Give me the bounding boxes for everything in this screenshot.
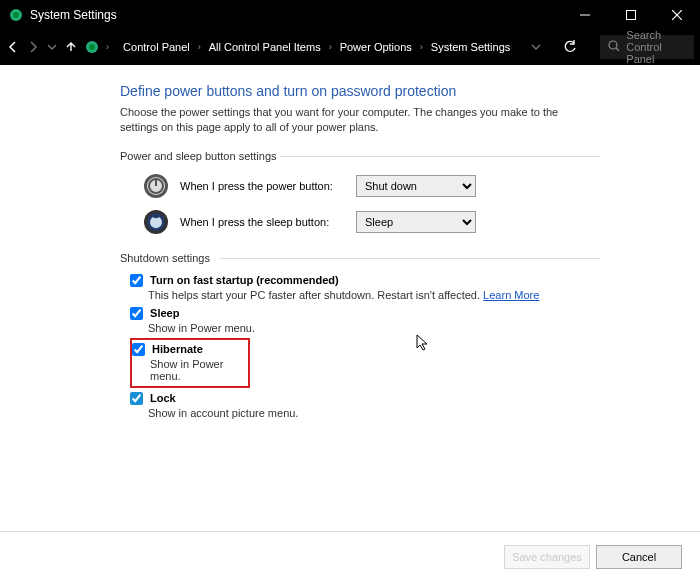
chevron-right-icon: › xyxy=(198,42,201,52)
sleep-button-row: When I press the sleep button: Sleep xyxy=(142,208,600,236)
breadcrumb-root-icon[interactable] xyxy=(84,35,100,59)
minimize-button[interactable] xyxy=(562,0,608,30)
power-button-row: When I press the power button: Shut down xyxy=(142,172,600,200)
chevron-right-icon: › xyxy=(106,42,109,52)
sleep-button-label: When I press the sleep button: xyxy=(180,216,346,228)
hibernate-option-desc: Show in Power menu. xyxy=(150,358,244,382)
forward-button[interactable] xyxy=(26,35,40,59)
breadcrumb-item[interactable]: All Control Panel Items xyxy=(209,41,321,53)
power-icon xyxy=(142,172,170,200)
page-description: Choose the power settings that you want … xyxy=(120,105,590,136)
svg-point-8 xyxy=(609,41,617,49)
refresh-button[interactable] xyxy=(558,35,582,59)
svg-point-7 xyxy=(89,44,95,50)
footer-buttons: Save changes Cancel xyxy=(504,545,682,569)
save-changes-button[interactable]: Save changes xyxy=(504,545,590,569)
lock-checkbox[interactable] xyxy=(130,392,143,405)
chevron-down-icon[interactable] xyxy=(524,35,548,59)
learn-more-link[interactable]: Learn More xyxy=(483,289,539,301)
search-input[interactable]: Search Control Panel xyxy=(600,35,694,59)
search-placeholder: Search Control Panel xyxy=(626,29,686,65)
svg-line-9 xyxy=(616,48,619,51)
power-button-label: When I press the power button: xyxy=(180,180,346,192)
sleep-button-select[interactable]: Sleep xyxy=(356,211,476,233)
fast-startup-checkbox[interactable] xyxy=(130,274,143,287)
hibernate-highlight-box: Hibernate Show in Power menu. xyxy=(130,338,250,388)
fast-startup-desc: This helps start your PC faster after sh… xyxy=(148,289,600,301)
recent-locations-button[interactable] xyxy=(46,35,58,59)
chevron-right-icon: › xyxy=(329,42,332,52)
close-button[interactable] xyxy=(654,0,700,30)
page-title: Define power buttons and turn on passwor… xyxy=(120,83,600,99)
app-icon xyxy=(8,7,24,23)
lock-option-desc: Show in account picture menu. xyxy=(148,407,600,419)
window-title: System Settings xyxy=(30,8,117,22)
hibernate-option-row: Hibernate Show in Power menu. xyxy=(130,338,600,388)
titlebar: System Settings xyxy=(0,0,700,30)
breadcrumb-item[interactable]: Power Options xyxy=(340,41,412,53)
lock-option-label: Lock xyxy=(150,392,176,404)
up-button[interactable] xyxy=(64,35,78,59)
sleep-checkbox[interactable] xyxy=(130,307,143,320)
svg-rect-3 xyxy=(627,11,636,20)
hibernate-option-label: Hibernate xyxy=(152,343,203,355)
fast-startup-row: Turn on fast startup (recommended) This … xyxy=(130,274,600,301)
sleep-option-label: Sleep xyxy=(150,307,179,319)
fast-startup-label: Turn on fast startup (recommended) xyxy=(150,274,339,286)
search-icon xyxy=(608,40,620,54)
chevron-right-icon: › xyxy=(420,42,423,52)
breadcrumb-item[interactable]: System Settings xyxy=(431,41,510,53)
group-power-sleep-label: Power and sleep button settings xyxy=(120,150,600,162)
group-shutdown-label: Shutdown settings xyxy=(120,252,600,264)
power-button-select[interactable]: Shut down xyxy=(356,175,476,197)
cancel-button[interactable]: Cancel xyxy=(596,545,682,569)
sleep-icon xyxy=(142,208,170,236)
back-button[interactable] xyxy=(6,35,20,59)
lock-option-row: Lock Show in account picture menu. xyxy=(130,392,600,419)
content-area: Define power buttons and turn on passwor… xyxy=(0,65,600,419)
sleep-option-desc: Show in Power menu. xyxy=(148,322,600,334)
breadcrumb: Control Panel › All Control Panel Items … xyxy=(115,41,518,53)
hibernate-checkbox[interactable] xyxy=(132,343,145,356)
maximize-button[interactable] xyxy=(608,0,654,30)
breadcrumb-item[interactable]: Control Panel xyxy=(123,41,190,53)
svg-point-1 xyxy=(13,12,19,18)
navbar: › Control Panel › All Control Panel Item… xyxy=(0,30,700,64)
sleep-option-row: Sleep Show in Power menu. xyxy=(130,307,600,334)
